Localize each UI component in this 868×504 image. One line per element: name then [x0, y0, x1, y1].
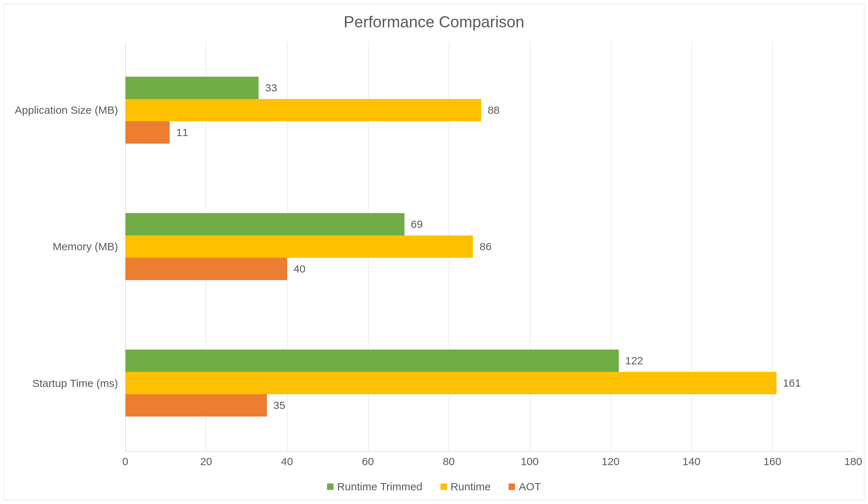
data-label: 33: [265, 82, 277, 94]
bar-group: 338811: [125, 66, 853, 154]
y-axis-label: Memory (MB): [15, 240, 118, 253]
bar-row: 161: [125, 372, 853, 394]
x-axis-tick: 20: [200, 455, 212, 468]
x-axis-tick: 100: [521, 455, 539, 468]
data-label: 69: [411, 218, 423, 230]
legend-item: Runtime Trimmed: [327, 481, 422, 493]
bar-row: 35: [125, 394, 853, 417]
bar-row: 11: [125, 121, 853, 144]
legend-label: Runtime: [451, 481, 491, 493]
legend-item: AOT: [509, 481, 541, 493]
bar-row: 88: [125, 99, 853, 121]
data-label: 11: [176, 126, 188, 139]
chart-title: Performance Comparison: [15, 13, 853, 31]
chart-container: Performance Comparison Application Size …: [4, 4, 864, 500]
legend-swatch: [509, 483, 515, 490]
bar: [125, 213, 404, 235]
bar-row: 40: [125, 258, 853, 280]
data-label: 88: [488, 104, 500, 116]
bar: [125, 258, 287, 280]
bar: [125, 77, 259, 99]
bar-row: 86: [125, 235, 853, 258]
bar-row: 69: [125, 213, 853, 235]
bar-row: 122: [125, 350, 853, 372]
plot-area: 33881169864012216135: [125, 42, 853, 452]
data-label: 35: [273, 399, 285, 411]
x-axis: 020406080100120140160180: [125, 452, 853, 473]
plot-container: 33881169864012216135 0204060801001201401…: [125, 42, 853, 473]
x-axis-tick: 80: [443, 455, 455, 468]
y-axis: Application Size (MB)Memory (MB)Startup …: [15, 42, 125, 473]
x-axis-tick: 60: [362, 455, 374, 468]
bar-groups: 33881169864012216135: [125, 42, 853, 451]
y-axis-label: Application Size (MB): [15, 104, 118, 116]
bar: [125, 350, 619, 372]
x-axis-tick: 180: [844, 455, 862, 468]
bar-row: 33: [125, 77, 853, 99]
bar: [125, 235, 473, 258]
x-axis-tick: 0: [122, 455, 128, 468]
bar: [125, 99, 481, 121]
x-axis-tick: 120: [601, 455, 619, 468]
x-axis-tick: 140: [683, 455, 701, 468]
legend: Runtime TrimmedRuntimeAOT: [15, 481, 853, 493]
data-label: 40: [294, 263, 305, 275]
bar: [125, 121, 170, 144]
bar: [125, 372, 777, 394]
data-label: 122: [625, 355, 643, 367]
x-axis-tick: 40: [281, 455, 293, 468]
legend-swatch: [440, 483, 447, 490]
legend-label: Runtime Trimmed: [337, 481, 422, 493]
bar-group: 698640: [125, 202, 853, 291]
bar: [125, 394, 267, 417]
bar-group: 12216135: [125, 339, 853, 427]
legend-label: AOT: [519, 481, 541, 493]
chart-body: Application Size (MB)Memory (MB)Startup …: [15, 42, 853, 473]
x-axis-tick: 160: [763, 455, 781, 468]
data-label: 86: [479, 240, 491, 253]
y-axis-label: Startup Time (ms): [15, 377, 118, 390]
data-label: 161: [783, 377, 801, 389]
legend-item: Runtime: [440, 481, 491, 493]
legend-swatch: [327, 483, 334, 490]
